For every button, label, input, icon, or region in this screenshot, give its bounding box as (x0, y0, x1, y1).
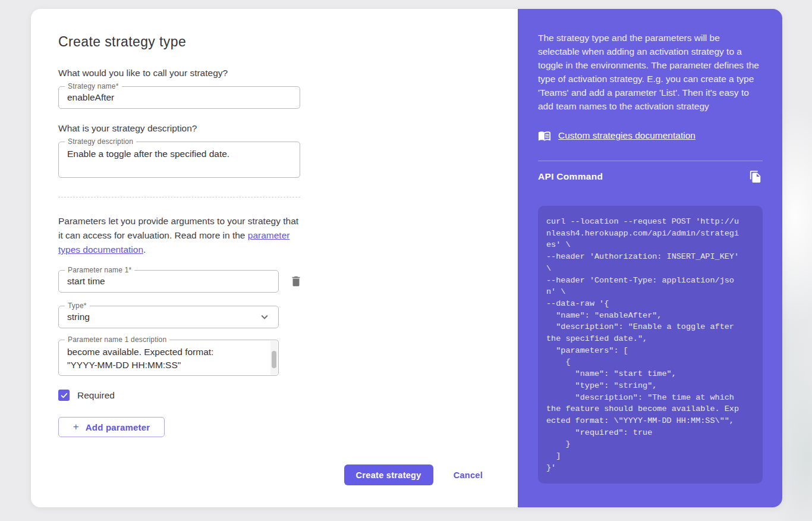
section-divider (58, 197, 300, 197)
api-command-header: API Command (538, 170, 763, 184)
copy-command-button[interactable] (748, 170, 763, 184)
create-strategy-button[interactable]: Create strategy (344, 464, 433, 485)
type-select-value: string (67, 312, 258, 322)
required-checkbox[interactable] (58, 390, 70, 401)
documentation-link-row: Custom strategies documentation (538, 128, 763, 143)
parameter-name-row: Parameter name 1* (58, 270, 518, 293)
parameter-description-field[interactable]: Parameter name 1 description become avai… (58, 340, 279, 376)
strategy-description-value[interactable]: Enable a toggle after the specified date… (67, 147, 291, 161)
textarea-scrollbar-thumb[interactable] (272, 351, 276, 368)
add-parameter-button-label: Add parameter (86, 422, 150, 432)
cancel-button[interactable]: Cancel (454, 470, 483, 480)
strategy-name-field[interactable]: Strategy name* (58, 86, 300, 109)
chevron-down-icon (258, 310, 271, 324)
parameters-intro-suffix: . (143, 244, 146, 255)
strategy-description-field[interactable]: Strategy description Enable a toggle aft… (58, 142, 300, 178)
required-checkbox-label: Required (77, 390, 115, 401)
form-actions: Create strategy Cancel (58, 464, 483, 485)
parameter-name-field[interactable]: Parameter name 1* (58, 270, 279, 293)
create-strategy-form: Create strategy type What would you like… (31, 9, 518, 507)
strategy-description-field-label: Strategy description (65, 137, 136, 146)
book-icon (538, 129, 551, 142)
copy-icon (749, 170, 762, 183)
parameter-name-field-label: Parameter name 1* (65, 266, 134, 274)
checkmark-icon (60, 391, 68, 400)
plus-icon: + (73, 421, 79, 433)
panel-intro-text: The strategy type and the parameters wil… (538, 31, 763, 113)
strategy-name-field-label: Strategy name* (65, 82, 122, 90)
create-strategy-card: Create strategy type What would you like… (31, 9, 782, 507)
api-command-code-block[interactable]: curl --location --request POST 'http://u… (538, 206, 763, 484)
strategy-name-question: What would you like to call your strateg… (58, 68, 518, 79)
add-parameter-button[interactable]: + Add parameter (58, 417, 165, 437)
parameter-description-value[interactable]: become available. Expected format: "YYYY… (67, 346, 270, 372)
parameter-description-field-label: Parameter name 1 description (65, 335, 169, 344)
trash-icon (289, 275, 303, 288)
page-title: Create strategy type (58, 34, 518, 50)
api-command-title: API Command (538, 171, 748, 182)
api-command-text: curl --location --request POST 'http://u… (546, 216, 739, 473)
textarea-scrollbar[interactable] (270, 341, 278, 375)
type-select[interactable]: Type* string (58, 306, 279, 328)
custom-strategies-documentation-link[interactable]: Custom strategies documentation (558, 130, 695, 141)
parameters-intro: Parameters let you provide arguments to … (58, 214, 300, 257)
strategy-description-question: What is your strategy description? (58, 123, 518, 134)
info-panel: The strategy type and the parameters wil… (518, 9, 782, 507)
panel-divider (538, 161, 763, 161)
delete-parameter-button[interactable] (289, 274, 303, 288)
required-checkbox-row: Required (58, 390, 518, 401)
type-select-label: Type* (65, 302, 90, 310)
